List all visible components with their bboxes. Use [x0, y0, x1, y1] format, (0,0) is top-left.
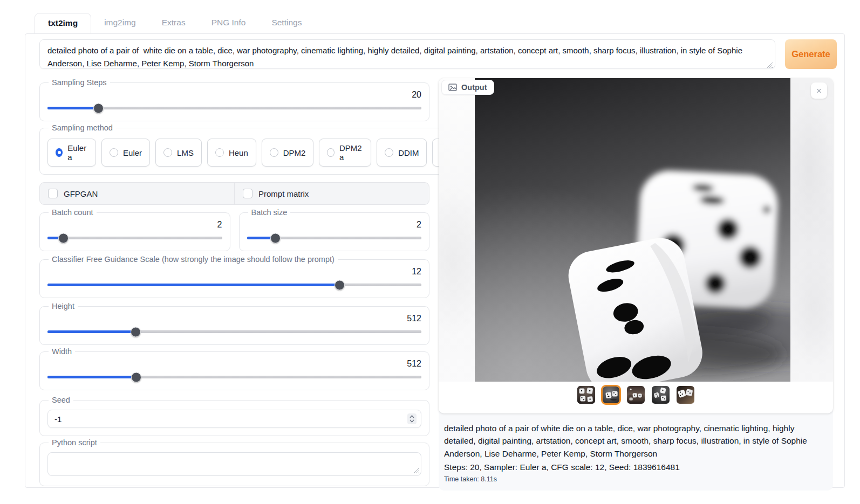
tab-bar: txt2img img2img Extras PNG Info Settings: [35, 13, 315, 33]
batch-size-group: Batch size 2: [239, 208, 430, 251]
sampling-steps-slider[interactable]: [47, 103, 421, 113]
checkbox-icon: [243, 189, 252, 198]
prompt-input[interactable]: detailed photo of a pair of white die on…: [39, 39, 775, 69]
height-value: 512: [47, 314, 421, 323]
width-label: Width: [49, 347, 75, 356]
generate-button[interactable]: Generate: [785, 39, 837, 69]
radio-icon: [385, 148, 393, 157]
width-slider-handle[interactable]: [131, 372, 141, 382]
seed-input-wrap: [47, 410, 421, 428]
app-container: detailed photo of a pair of white die on…: [25, 33, 845, 488]
batch-size-slider[interactable]: [247, 233, 422, 243]
output-label: Output: [461, 83, 487, 92]
sampling-method-group: Sampling method Euler a Euler LMS Heun D…: [39, 123, 492, 175]
seed-stepper[interactable]: [407, 413, 417, 424]
radio-dpm2[interactable]: DPM2: [262, 139, 314, 167]
tab-txt2img[interactable]: txt2img: [35, 13, 91, 33]
radio-ddim[interactable]: DDIM: [377, 139, 427, 167]
toggles-panel: GFPGAN Prompt matrix: [39, 182, 429, 205]
batch-size-slider-handle[interactable]: [270, 233, 281, 243]
tab-settings[interactable]: Settings: [258, 13, 315, 33]
radio-euler-a[interactable]: Euler a: [47, 139, 96, 167]
generated-image[interactable]: Output ×: [439, 78, 833, 382]
batch-count-group: Batch count 2: [39, 208, 230, 251]
output-thumbnail-5[interactable]: [675, 385, 695, 405]
seed-input[interactable]: [54, 415, 407, 424]
height-slider[interactable]: [47, 327, 421, 337]
sampling-steps-label: Sampling Steps: [49, 78, 110, 87]
prompt-row: detailed photo of a pair of white die on…: [39, 39, 837, 71]
dice-image: [475, 78, 790, 382]
output-caption-prompt: detailed photo of a pair of white die on…: [439, 413, 833, 460]
cfg-slider-handle[interactable]: [335, 280, 345, 290]
tab-extras[interactable]: Extras: [149, 13, 199, 33]
close-output-button[interactable]: ×: [811, 82, 827, 99]
radio-label: DDIM: [398, 148, 419, 157]
gfpgan-checkbox[interactable]: GFPGAN: [40, 183, 234, 204]
image-blur-band-right: [790, 78, 833, 382]
radio-label: LMS: [177, 148, 194, 157]
image-blur-band-left: [439, 78, 475, 382]
width-group: Width 512: [39, 347, 429, 390]
radio-euler[interactable]: Euler: [101, 139, 150, 167]
height-group: Height 512: [39, 302, 429, 345]
cfg-value: 12: [47, 267, 421, 277]
sampling-method-options: Euler a Euler LMS Heun DPM2 DPM2 a DDIM …: [47, 139, 484, 167]
output-thumbnail-1[interactable]: [576, 385, 596, 405]
width-slider[interactable]: [47, 372, 421, 382]
cfg-group: Classifier Free Guidance Scale (how stro…: [39, 255, 429, 298]
output-label-chip: Output: [441, 80, 494, 95]
seed-group: Seed: [39, 396, 429, 436]
cfg-slider[interactable]: [47, 280, 421, 290]
batch-count-label: Batch count: [49, 208, 97, 217]
thumbnail-strip: [439, 382, 833, 413]
radio-icon: [56, 148, 63, 157]
batch-row: Batch count 2 Batch size 2: [39, 205, 429, 251]
chevron-up-icon[interactable]: [409, 415, 414, 418]
radio-label: Heun: [229, 148, 248, 157]
radio-label: DPM2: [283, 148, 306, 157]
batch-count-slider[interactable]: [47, 233, 222, 243]
radio-icon: [270, 148, 278, 157]
prompt-matrix-checkbox[interactable]: Prompt matrix: [234, 183, 429, 204]
gfpgan-label: GFPGAN: [64, 189, 98, 198]
checkbox-icon: [48, 189, 58, 198]
tab-img2img[interactable]: img2img: [91, 13, 149, 33]
page: txt2img img2img Extras PNG Info Settings…: [0, 0, 860, 504]
seed-label: Seed: [49, 396, 73, 404]
tab-png-info[interactable]: PNG Info: [199, 13, 259, 33]
chevron-down-icon[interactable]: [409, 419, 414, 423]
radio-dpm2-a[interactable]: DPM2 a: [319, 139, 371, 167]
output-thumbnail-4[interactable]: [651, 385, 671, 405]
python-script-label: Python script: [49, 438, 100, 447]
settings-column: Sampling Steps 20 Sampling method Euler …: [39, 78, 429, 486]
output-caption-params: Steps: 20, Sampler: Euler a, CFG scale: …: [439, 460, 833, 473]
output-thumbnail-3[interactable]: [626, 385, 646, 405]
height-slider-handle[interactable]: [131, 327, 141, 337]
batch-count-value: 2: [47, 220, 222, 230]
sampling-method-label: Sampling method: [49, 123, 116, 132]
radio-label: Euler a: [67, 143, 88, 162]
radio-heun[interactable]: Heun: [207, 139, 256, 167]
prompt-matrix-label: Prompt matrix: [258, 189, 309, 198]
height-label: Height: [49, 302, 78, 310]
output-panel: Output ×: [439, 78, 833, 491]
image-icon: [448, 83, 457, 92]
cfg-label: Classifier Free Guidance Scale (how stro…: [49, 255, 338, 264]
sampling-steps-value: 20: [47, 90, 421, 100]
radio-icon: [327, 148, 334, 157]
radio-icon: [110, 148, 118, 157]
batch-count-slider-handle[interactable]: [58, 233, 69, 243]
radio-lms[interactable]: LMS: [155, 139, 202, 167]
radio-label: Euler: [123, 148, 142, 157]
sampling-steps-group: Sampling Steps 20: [39, 78, 429, 121]
gallery-card: Output ×: [439, 78, 833, 413]
radio-label: DPM2 a: [339, 143, 363, 162]
output-thumbnail-2-selected[interactable]: [601, 385, 621, 405]
radio-icon: [163, 148, 172, 157]
sampling-steps-slider-handle[interactable]: [93, 103, 104, 113]
radio-icon: [215, 148, 224, 157]
python-script-input[interactable]: [47, 452, 421, 476]
output-time-taken: Time taken: 8.11s: [439, 473, 833, 483]
output-column: Output ×: [439, 78, 833, 491]
